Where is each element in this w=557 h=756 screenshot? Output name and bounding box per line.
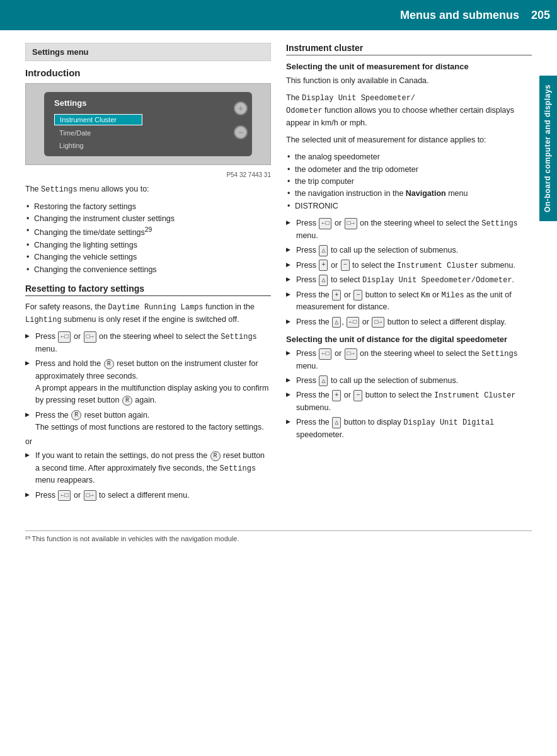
page-number: 205 xyxy=(531,9,550,22)
dashboard-caption: P54 32 7443 31 xyxy=(25,171,271,178)
resetting-heading: Resetting to factory settings xyxy=(25,284,271,296)
btn-s2-tri2: △ xyxy=(332,417,341,428)
settings-menu-box: Settings menu xyxy=(25,43,271,61)
btn-s2-left: ←□ xyxy=(319,348,331,360)
intro-bullet-1: Restoring the factory settings xyxy=(25,201,271,213)
left-column: Settings menu Introduction Settings Inst… xyxy=(25,43,271,505)
section2-steps: Press ←□ or □→ on the steering wheel to … xyxy=(286,348,532,441)
btn-s1-right2: □→ xyxy=(372,317,384,328)
dashboard-item-2: Time/Date xyxy=(54,128,142,138)
btn-s1-left2: ←□ xyxy=(347,317,359,328)
page-number-box: 205 xyxy=(524,0,557,30)
intro-text: The Settings menu allows you to: xyxy=(25,183,271,196)
dashboard-item-1: Instrument Cluster xyxy=(54,114,142,125)
btn-R-alt: R xyxy=(210,451,221,461)
dash-minus-icon: − xyxy=(234,125,248,139)
intro-bullet-6: Changing the convenience settings xyxy=(25,264,271,276)
dashboard-item-3: Lighting xyxy=(54,140,142,151)
dashboard-menu-title: Settings xyxy=(54,98,86,108)
resetting-alt-step-1: If you want to retain the settings, do n… xyxy=(25,450,271,486)
section1-step-2: Press △ to call up the selection of subm… xyxy=(286,244,532,256)
section2-step-2: Press △ to call up the selection of subm… xyxy=(286,375,532,387)
btn-s2-right: □→ xyxy=(345,348,357,360)
section1-step-6: Press the △, ←□ or □→ button to select a… xyxy=(286,316,532,328)
header-title: Menus and submenus xyxy=(400,9,519,22)
section1-step-1: Press ←□ or □→ on the steering wheel to … xyxy=(286,217,532,242)
intro-bullet-2: Changing the instrument cluster settings xyxy=(25,213,271,225)
btn-s1-tri2: △ xyxy=(319,275,328,286)
resetting-step-1: Press ←□ or □→ on the steering wheel to … xyxy=(25,331,271,355)
section1-title: Selecting the unit of measurement for di… xyxy=(286,62,532,71)
resetting-step-2: Press and hold the R reset button on the… xyxy=(25,358,271,407)
section1-step-3: Press + or − to select the Instrument Cl… xyxy=(286,260,532,272)
section1-bullet-5: DISTRONIC xyxy=(286,200,532,212)
page-wrapper: Menus and submenus 205 On-board computer… xyxy=(0,0,557,756)
btn-s1-tri3: △ xyxy=(332,317,341,328)
settings-monospace: Settings xyxy=(41,185,78,194)
side-tab-label: On-board computer and displays xyxy=(543,84,552,212)
resetting-step-3: Press the R reset button again. The sett… xyxy=(25,410,271,434)
section1-bullet-4: the navigation instruction in the Naviga… xyxy=(286,188,532,200)
section2-step-3: Press the + or − button to select the In… xyxy=(286,389,532,414)
intro-bullet-list: Restoring the factory settings Changing … xyxy=(25,201,271,276)
btn-s2-tri1: △ xyxy=(319,375,328,387)
btn-s1-left: ←□ xyxy=(319,218,331,229)
footnote: ²⁹ This function is not available in veh… xyxy=(25,530,532,543)
resetting-alt-steps: If you want to retain the settings, do n… xyxy=(25,450,271,501)
header-bar: Menus and submenus 205 xyxy=(0,0,557,30)
section1-steps: Press ←□ or □→ on the steering wheel to … xyxy=(286,217,532,328)
dashboard-icons: + − xyxy=(234,101,248,139)
btn-s1-plus2: + xyxy=(332,290,341,301)
section1-body1: This function is only available in Canad… xyxy=(286,75,532,87)
footnote-text: ²⁹ This function is not available in veh… xyxy=(25,535,239,542)
btn-s2-plus: + xyxy=(332,390,341,401)
resetting-alt-step-2: Press ←□ or □→ to select a different men… xyxy=(25,490,271,501)
btn-s1-right: □→ xyxy=(345,218,357,229)
section1-bullet-3: the trip computer xyxy=(286,176,532,188)
dash-plus-icon: + xyxy=(234,101,248,115)
section1-bullet-2: the odometer and the trip odometer xyxy=(286,164,532,176)
section1-step-5: Press the + or − button to select Km or … xyxy=(286,289,532,314)
btn-right-alt: □→ xyxy=(84,490,96,501)
side-tab: On-board computer and displays xyxy=(539,76,557,221)
section2-step-1: Press ←□ or □→ on the steering wheel to … xyxy=(286,348,532,372)
section1-bullet-1: the analog speedometer xyxy=(286,151,532,163)
or-text: or xyxy=(25,437,271,446)
resetting-steps: Press ←□ or □→ on the steering wheel to … xyxy=(25,331,271,433)
btn-R-3: R xyxy=(71,410,81,420)
btn-left-alt: ←□ xyxy=(58,490,71,501)
intro-bullet-3: Changing the time/date settings29 xyxy=(25,225,271,239)
right-column: Instrument cluster Selecting the unit of… xyxy=(286,43,532,505)
instrument-cluster-title: Instrument cluster xyxy=(286,43,532,55)
btn-right-1: □→ xyxy=(84,331,96,343)
intro-bullet-4: Changing the lighting settings xyxy=(25,239,271,251)
btn-s2-minus: − xyxy=(353,390,362,401)
section2-step-4: Press the △ button to display Display Un… xyxy=(286,416,532,441)
introduction-title: Introduction xyxy=(25,67,271,78)
dashboard-inner: Settings Instrument Cluster Time/Date Li… xyxy=(44,92,252,156)
section1-body2: The Display Unit Speedometer/Odometer fu… xyxy=(286,92,532,129)
settings-menu-label: Settings menu xyxy=(32,47,89,57)
section1-body3: The selected unit of measurement for dis… xyxy=(286,134,532,146)
resetting-body1: For safety reasons, the Daytime Running … xyxy=(25,301,271,326)
intro-bullet-5: Changing the vehicle settings xyxy=(25,251,271,263)
btn-s1-tri1: △ xyxy=(319,245,328,256)
btn-R-1: R xyxy=(104,359,114,369)
btn-R-2: R xyxy=(122,396,132,406)
content-area: Settings menu Introduction Settings Inst… xyxy=(0,30,557,518)
btn-s1-minus2: − xyxy=(353,290,362,301)
btn-s1-plus1: + xyxy=(319,260,328,271)
section1-bullets: the analog speedometer the odometer and … xyxy=(286,151,532,212)
section2-title: Selecting the unit of distance for the d… xyxy=(286,335,532,344)
section1-step-4: Press △ to select Display Unit Speedomet… xyxy=(286,274,532,287)
btn-left-1: ←□ xyxy=(58,331,71,343)
dashboard-image: Settings Instrument Cluster Time/Date Li… xyxy=(25,83,271,165)
btn-s1-minus1: − xyxy=(341,260,350,271)
